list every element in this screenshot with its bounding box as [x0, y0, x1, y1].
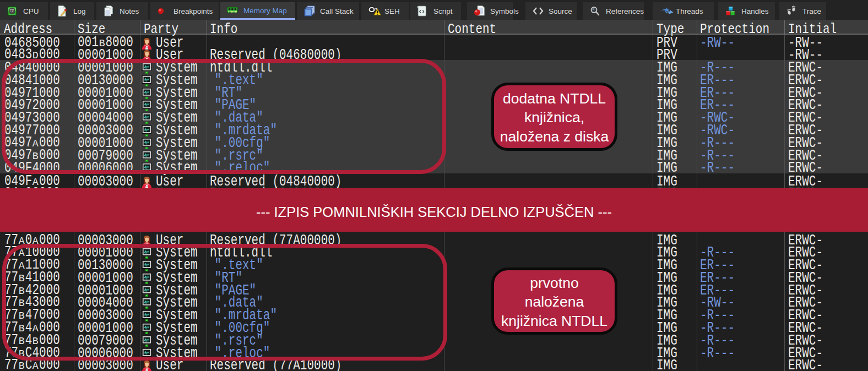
- svg-text:32: 32: [10, 9, 15, 14]
